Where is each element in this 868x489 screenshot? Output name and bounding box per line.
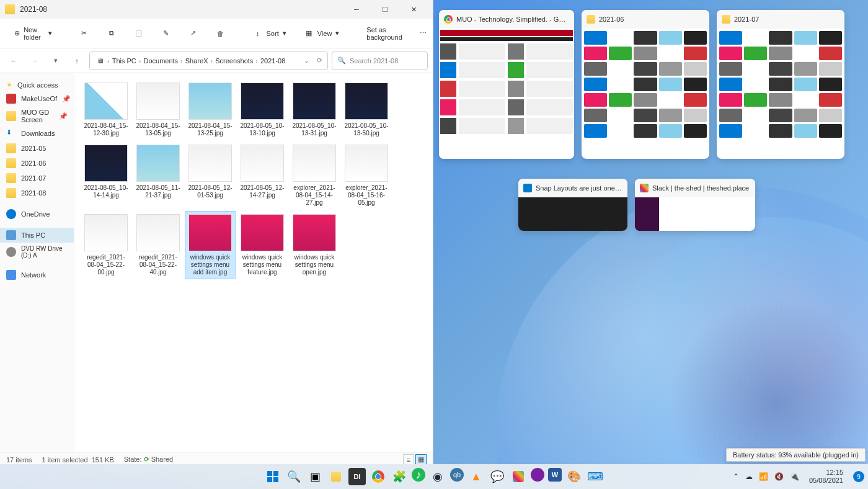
share-button[interactable]: ↗ <box>182 25 205 42</box>
more-button[interactable]: ⋯ <box>414 25 433 41</box>
chevron-down-icon: ▾ <box>335 29 339 37</box>
file-item[interactable]: 2021-08-04_15-12-30.jpg <box>81 79 131 140</box>
sidebar-item[interactable]: 2021-06 <box>0 156 74 171</box>
whatsapp-app[interactable]: 💬 <box>489 468 506 485</box>
sidebar-item[interactable]: 2021-07 <box>0 171 74 186</box>
slack-app[interactable] <box>510 468 527 485</box>
addressbar[interactable]: 🖥 › This PC › Documents › ShareX › Scree… <box>89 52 328 70</box>
file-item[interactable]: 2021-08-05_10-13-31.jpg <box>289 79 340 140</box>
vlc-app[interactable]: ▲ <box>467 468 485 485</box>
close-button[interactable]: ✕ <box>399 0 428 19</box>
snap-window-folder[interactable]: 2021-07 <box>717 10 844 159</box>
file-item[interactable]: 2021-08-04_15-13-25.jpg <box>185 79 236 140</box>
opera-app[interactable] <box>531 468 544 482</box>
titlebar[interactable]: 2021-08 ─ ☐ ✕ <box>0 0 433 19</box>
paste-button[interactable]: 📋 <box>128 25 150 42</box>
qbit-app[interactable]: qb <box>450 468 464 482</box>
file-item[interactable]: 2021-08-05_11-21-37.jpg <box>133 141 184 210</box>
snap-window-chrome[interactable]: MUO - Technology, Simplified. - Goog… <box>439 10 574 159</box>
forward-button[interactable]: → <box>26 52 43 70</box>
search-icon: 🔍 <box>337 56 346 65</box>
sidebar-thispc[interactable]: This PC <box>0 228 74 243</box>
wifi-icon[interactable]: 📶 <box>759 472 768 481</box>
file-item[interactable]: regedit_2021-08-04_15-22-00.jpg <box>81 211 131 279</box>
battery-icon[interactable]: 🔌 <box>790 472 799 481</box>
rename-button[interactable]: ✎ <box>155 25 177 42</box>
cut-button[interactable]: ✂ <box>73 25 95 42</box>
plus-icon: ⊕ <box>14 29 20 38</box>
sidebar-item[interactable]: 2021-08 <box>0 186 74 200</box>
sidebar-onedrive[interactable]: OneDrive <box>0 207 74 222</box>
app-icon <box>6 94 16 104</box>
breadcrumb-item[interactable]: ShareX <box>185 57 208 65</box>
thumbnails-view-button[interactable]: ▦ <box>415 454 427 465</box>
sidebar-item[interactable]: ⬇Downloads <box>0 126 74 141</box>
thumbnail <box>345 83 388 120</box>
notification-badge[interactable]: 9 <box>853 471 864 482</box>
file-item[interactable]: 2021-08-04_15-13-05.jpg <box>133 79 184 140</box>
delete-button[interactable]: 🗑 <box>210 25 232 42</box>
snap-window-folder[interactable]: 2021-06 <box>582 10 709 159</box>
cut-icon: ✂ <box>79 29 89 38</box>
sidebar-dvd[interactable]: DVD RW Drive (D:) A <box>0 243 74 261</box>
spotify-app[interactable]: ♪ <box>412 468 425 482</box>
back-button[interactable]: ← <box>5 52 22 70</box>
set-background-button[interactable]: Set as background <box>360 22 408 45</box>
file-grid[interactable]: 2021-08-04_15-12-30.jpg2021-08-04_15-13-… <box>74 73 433 452</box>
word-app[interactable]: W <box>548 468 562 482</box>
search-input[interactable]: 🔍 Search 2021-08 <box>332 52 428 70</box>
item-count: 17 items <box>6 456 32 464</box>
new-folder-button[interactable]: ⊕ New folder ▾ <box>7 22 58 45</box>
copy-button[interactable]: ⧉ <box>100 25 123 42</box>
minimize-button[interactable]: ─ <box>342 0 371 19</box>
sidebar-quick-access[interactable]: ★ Quick access <box>0 78 74 91</box>
sort-button[interactable]: ↕ Sort ▾ <box>247 25 293 42</box>
cloud-sync-icon[interactable]: ☁ <box>745 472 753 481</box>
search-button[interactable]: 🔍 <box>285 468 303 485</box>
file-item[interactable]: 2021-08-05_12-14-27.jpg <box>237 141 288 210</box>
file-item[interactable]: regedit_2021-08-04_15-22-40.jpg <box>133 211 184 279</box>
file-item[interactable]: windows quick settings menu add item.jpg <box>185 211 236 279</box>
file-item[interactable]: windows quick settings menu feature.jpg <box>237 211 288 279</box>
volume-icon[interactable]: 🔇 <box>774 472 784 481</box>
drive-app[interactable]: DI <box>348 468 366 485</box>
file-name: 2021-08-05_10-13-10.jpg <box>240 122 285 137</box>
sidebar-network[interactable]: Network <box>0 267 74 282</box>
tray-chevron-icon[interactable]: ⌃ <box>733 472 739 481</box>
chrome-app[interactable] <box>370 468 387 485</box>
view-button[interactable]: ▦ View ▾ <box>298 25 346 42</box>
file-item[interactable]: 2021-08-05_10-13-10.jpg <box>237 79 288 140</box>
clock[interactable]: 12:15 05/08/2021 <box>809 469 843 485</box>
start-button[interactable] <box>264 468 281 485</box>
refresh-button[interactable]: ⟳ <box>317 56 322 65</box>
thumbnail <box>136 83 180 120</box>
breadcrumb-item[interactable]: This PC <box>112 57 136 65</box>
breadcrumb-item[interactable]: Screenshots <box>215 57 253 65</box>
file-item[interactable]: 2021-08-05_10-13-50.jpg <box>341 79 392 140</box>
file-item[interactable]: 2021-08-05_10-14-14.jpg <box>81 141 131 210</box>
up-button[interactable]: ↑ <box>68 52 86 70</box>
recent-button[interactable]: ▾ <box>47 52 64 70</box>
steam-app[interactable]: ◉ <box>429 468 446 485</box>
extension-app[interactable]: 🧩 <box>391 468 408 485</box>
explorer-app[interactable] <box>327 468 345 485</box>
thumbnail <box>293 145 336 182</box>
snap-window-slack[interactable]: Slack | the-shed | theshed.place <box>635 179 755 231</box>
file-item[interactable]: 2021-08-05_12-01-53.jpg <box>185 141 236 210</box>
breadcrumb-item[interactable]: Documents <box>143 57 178 65</box>
maximize-button[interactable]: ☐ <box>371 0 399 19</box>
sidebar-item[interactable]: MUO GD Screen📌 <box>0 106 74 126</box>
paint-app[interactable]: 🎨 <box>565 468 583 485</box>
chevron-down-icon[interactable]: ⌄ <box>304 56 309 65</box>
sidebar-item[interactable]: 2021-05 <box>0 141 74 156</box>
file-name: 2021-08-05_12-01-53.jpg <box>188 184 232 199</box>
breadcrumb-item[interactable]: 2021-08 <box>260 57 285 65</box>
sidebar-item[interactable]: MakeUseOf📌 <box>0 91 74 106</box>
snap-window-vscode[interactable]: Snap Layouts are just one of… <box>518 179 627 231</box>
file-item[interactable]: windows quick settings menu open.jpg <box>289 211 340 279</box>
vscode-app[interactable]: ⌨ <box>587 468 604 485</box>
details-view-button[interactable]: ≡ <box>403 454 414 465</box>
taskview-button[interactable]: ▣ <box>306 468 324 485</box>
file-item[interactable]: explorer_2021-08-04_15-16-05.jpg <box>341 141 392 210</box>
file-item[interactable]: explorer_2021-08-04_15-14-27.jpg <box>289 141 340 210</box>
